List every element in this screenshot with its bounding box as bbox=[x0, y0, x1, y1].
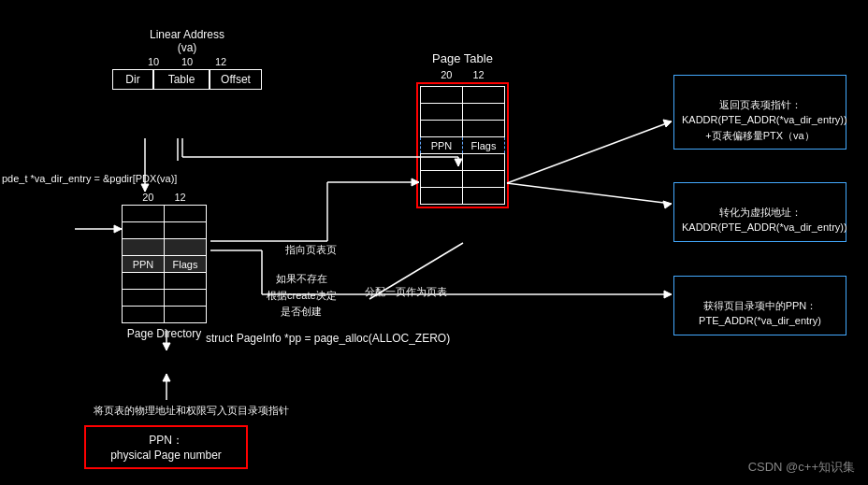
formula-label: pde_t *va_dir_entry = &pgdir[PDX(va)] bbox=[2, 173, 177, 184]
dir-segment: Dir bbox=[112, 69, 153, 90]
get-ppn-box: 获得页目录项中的PPN： PTE_ADDR(*va_dir_entry) bbox=[673, 276, 846, 335]
page-table-outer: PPNFlags bbox=[416, 82, 509, 208]
linear-address-label: Linear Address (va) bbox=[112, 28, 262, 54]
linear-address-area: Linear Address (va) 10 10 12 Dir Table O… bbox=[112, 28, 262, 90]
page-directory-label: Page Directory bbox=[122, 327, 207, 340]
alloc-code-label: struct PageInfo *pp = page_alloc(ALLOC_Z… bbox=[206, 332, 450, 345]
alloc-page-label: 分配一页作为页表 bbox=[365, 285, 447, 299]
segment-boxes: Dir Table Offset bbox=[112, 69, 262, 90]
page-table-title: Page Table bbox=[416, 51, 509, 65]
return-ptr-box: 返回页表项指针： KADDR(PTE_ADDR(*va_dir_entry)) … bbox=[673, 75, 846, 150]
diagram-container: Linear Address (va) 10 10 12 Dir Table O… bbox=[0, 0, 868, 485]
svg-line-7 bbox=[507, 121, 672, 183]
write-back-label: 将页表的物理地址和权限写入页目录项指针 bbox=[94, 404, 289, 418]
svg-marker-16 bbox=[114, 225, 122, 233]
svg-marker-21 bbox=[163, 374, 170, 381]
svg-marker-1 bbox=[141, 184, 149, 192]
bit-labels: 10 10 12 bbox=[112, 56, 262, 67]
if-not-exist-label: 如果不存在 根据create决定 是否创建 bbox=[267, 271, 337, 321]
page-table-table: PPNFlags bbox=[420, 86, 505, 205]
svg-marker-14 bbox=[664, 291, 672, 298]
svg-marker-18 bbox=[163, 343, 170, 350]
svg-line-9 bbox=[507, 183, 672, 204]
ppn-box: PPN： physical Page number bbox=[84, 425, 248, 469]
svg-marker-8 bbox=[663, 120, 672, 127]
table-segment: Table bbox=[153, 69, 210, 90]
to-page-table-label: 指向页表页 bbox=[285, 243, 337, 257]
page-table: Page Table 20 12 PPNFlags bbox=[416, 51, 509, 208]
page-directory-table: PPNFlags bbox=[122, 205, 207, 323]
offset-segment: Offset bbox=[210, 69, 262, 90]
to-virtual-box: 转化为虚拟地址： KADDR(PTE_ADDR(*va_dir_entry)) bbox=[673, 182, 846, 242]
page-directory: 20 12 PPNFlags Page Directory bbox=[122, 192, 207, 340]
svg-marker-10 bbox=[663, 201, 672, 208]
watermark: CSDN @c++知识集 bbox=[748, 459, 855, 476]
